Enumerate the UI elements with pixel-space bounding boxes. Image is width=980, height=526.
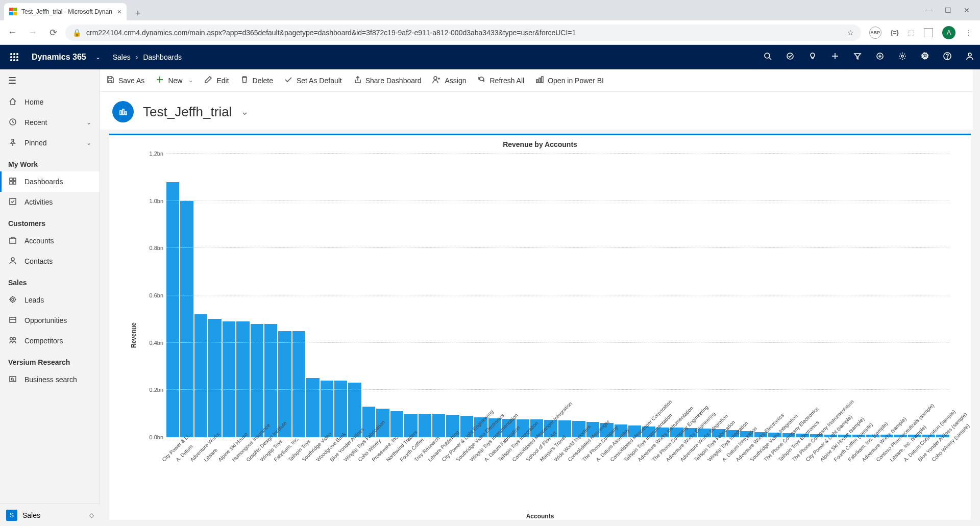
bar[interactable] [251, 324, 263, 437]
chevron-down-icon: ⌄ [86, 119, 91, 126]
area-switcher[interactable]: S Sales ◇ [0, 504, 100, 526]
forward-button[interactable]: → [24, 24, 41, 41]
bar[interactable] [264, 324, 277, 437]
bar[interactable] [432, 414, 445, 437]
sidebar-item-recent[interactable]: Recent⌄ [0, 112, 100, 133]
braces-ext-icon[interactable]: {=} [891, 29, 899, 36]
sidebar-item-business-search[interactable]: Business search [0, 369, 100, 390]
svg-point-1 [14, 54, 15, 55]
app-launcher-icon[interactable] [6, 53, 22, 61]
bar[interactable] [292, 331, 305, 438]
new-tab-button[interactable]: + [131, 6, 145, 20]
advanced-find-icon[interactable] [876, 52, 884, 62]
browser-tab[interactable]: Test_Jeffh_trial - Microsoft Dynan × [4, 3, 127, 20]
main-area: Save AsNew⌄EditDeleteSet As DefaultShare… [100, 69, 980, 526]
close-window-icon[interactable]: ✕ [964, 6, 970, 14]
area-chevron-icon: ◇ [89, 512, 94, 519]
chevron-down-icon: ⌄ [188, 77, 193, 84]
chevron-down-icon[interactable]: ⌄ [95, 54, 101, 61]
address-bar[interactable]: 🔒 crm224104.crm4.dynamics.com/main.aspx?… [65, 24, 861, 41]
new-button[interactable]: New⌄ [156, 76, 193, 85]
cmd-label: Edit [216, 77, 229, 85]
nav-label: Home [24, 98, 43, 106]
chart-card[interactable]: Revenue by Accounts Revenue 0.0bn0.2bn0.… [109, 134, 971, 520]
menu-icon[interactable]: ⋮ [965, 29, 972, 37]
sidebar-item-competitors[interactable]: Competitors [0, 331, 100, 351]
task-icon[interactable] [786, 52, 794, 62]
minimize-icon[interactable]: — [925, 6, 933, 14]
sidebar-collapse-button[interactable]: ☰ [0, 69, 100, 92]
area-badge: S [6, 510, 17, 521]
sidebar-item-activities[interactable]: Activities [0, 192, 100, 212]
sidebar-item-dashboards[interactable]: Dashboards [0, 171, 100, 192]
comp-icon [8, 336, 17, 346]
bar[interactable] [166, 182, 179, 437]
gear-icon[interactable] [921, 52, 929, 62]
assistant-icon[interactable] [808, 52, 817, 62]
refresh-all-button[interactable]: Refresh All [477, 76, 524, 85]
command-bar: Save AsNew⌄EditDeleteSet As DefaultShare… [100, 69, 980, 92]
sidebar-item-pinned[interactable]: Pinned⌄ [0, 133, 100, 153]
nav-section-versium-research: Versium Research [0, 351, 100, 369]
bar[interactable] [194, 314, 207, 437]
sidebar-item-contacts[interactable]: Contacts [0, 251, 100, 271]
edit-button[interactable]: Edit [204, 76, 229, 85]
open-in-power-bi-button[interactable]: Open in Power BI [535, 76, 604, 85]
svg-point-2 [17, 54, 18, 55]
maximize-icon[interactable]: ☐ [945, 6, 951, 14]
delete-button[interactable]: Delete [240, 76, 273, 85]
chart-plot: 0.0bn0.2bn0.4bn0.6bn0.8bn1.0bn1.2bn [166, 154, 949, 437]
breadcrumb-sales[interactable]: Sales [113, 53, 131, 61]
bar[interactable] [558, 420, 571, 437]
svg-point-34 [10, 337, 13, 340]
set-as-default-button[interactable]: Set As Default [284, 76, 342, 85]
svg-point-41 [434, 77, 437, 80]
sidebar-item-opportunities[interactable]: Opportunities [0, 310, 100, 331]
ext-icon-3[interactable]: ⬚ [908, 29, 915, 37]
grid-line [166, 295, 949, 295]
bar[interactable] [223, 321, 235, 437]
y-tick-label: 0.4bn [138, 340, 163, 346]
svg-point-17 [901, 55, 903, 57]
svg-point-4 [14, 57, 15, 58]
add-icon[interactable] [831, 52, 839, 62]
nav-label: Activities [24, 198, 53, 206]
y-tick-label: 1.0bn [138, 198, 163, 204]
bar[interactable] [180, 201, 193, 437]
browser-tabbar: Test_Jeffh_trial - Microsoft Dynan × + —… [0, 0, 980, 20]
reload-button[interactable]: ⟳ [45, 24, 61, 41]
profile-avatar[interactable]: A [942, 26, 955, 39]
filter-icon[interactable] [853, 52, 862, 62]
sidebar-item-leads[interactable]: Leads [0, 290, 100, 310]
title-chevron-down-icon[interactable]: ⌄ [241, 106, 249, 117]
nav-label: Dashboards [24, 178, 63, 186]
sidebar-item-accounts[interactable]: Accounts [0, 231, 100, 251]
plus-icon [156, 76, 164, 85]
svg-rect-47 [125, 112, 127, 115]
bar[interactable] [208, 319, 221, 437]
close-tab-icon[interactable]: × [117, 8, 121, 16]
bar[interactable] [390, 411, 403, 437]
ext-icon-4[interactable] [924, 28, 933, 37]
assign-button[interactable]: Assign [432, 76, 466, 85]
activity-icon [8, 197, 17, 207]
breadcrumb-dashboards[interactable]: Dashboards [143, 53, 182, 61]
bar[interactable] [236, 321, 249, 437]
svg-point-29 [11, 258, 14, 261]
abp-icon[interactable]: ABP [869, 27, 881, 39]
bar[interactable] [306, 378, 319, 437]
settings-gear-icon[interactable] [898, 52, 906, 62]
sidebar-item-home[interactable]: Home [0, 92, 100, 112]
share-dashboard-button[interactable]: Share Dashboard [353, 76, 422, 85]
svg-rect-24 [13, 178, 16, 181]
suite-title[interactable]: Dynamics 365 [32, 53, 86, 62]
save-as-button[interactable]: Save As [106, 76, 144, 85]
star-icon[interactable]: ☆ [847, 29, 854, 37]
help-icon[interactable] [943, 52, 951, 62]
bar[interactable] [419, 414, 431, 437]
scrollbar[interactable] [973, 69, 980, 526]
back-button[interactable]: ← [4, 24, 20, 41]
opp-icon [8, 316, 17, 325]
search-icon[interactable] [764, 52, 772, 62]
user-icon[interactable] [966, 52, 974, 62]
